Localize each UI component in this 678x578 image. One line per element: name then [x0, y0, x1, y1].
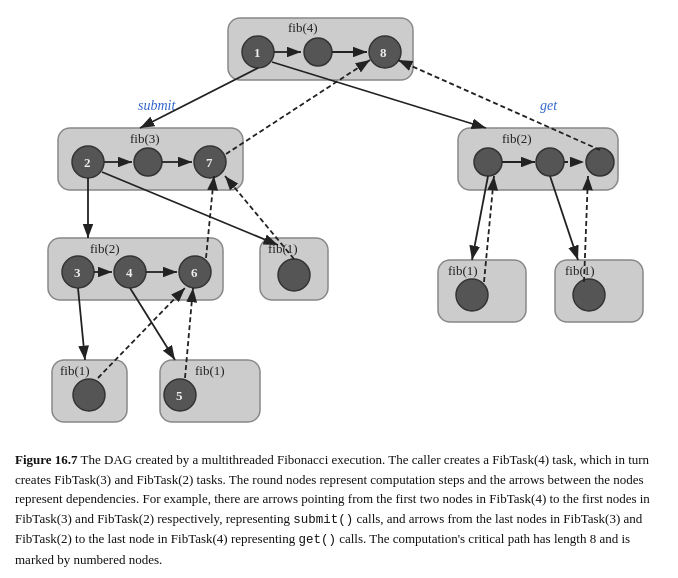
svg-text:5: 5 [176, 388, 183, 403]
svg-point-48 [73, 379, 105, 411]
svg-text:6: 6 [191, 265, 198, 280]
svg-text:fib(3): fib(3) [130, 131, 160, 146]
svg-text:fib(1): fib(1) [448, 263, 478, 278]
figure-caption: Figure 16.7 The DAG created by a multith… [10, 450, 668, 570]
svg-text:fib(1): fib(1) [60, 363, 90, 378]
svg-text:fib(2): fib(2) [90, 241, 120, 256]
svg-line-60 [225, 176, 294, 259]
svg-text:7: 7 [206, 155, 213, 170]
svg-point-15 [134, 148, 162, 176]
svg-text:fib(4): fib(4) [288, 20, 318, 35]
svg-point-24 [586, 148, 614, 176]
get-label: get [540, 98, 558, 113]
svg-text:fib(1): fib(1) [195, 363, 225, 378]
svg-point-45 [573, 279, 605, 311]
svg-point-42 [456, 279, 488, 311]
diagram-svg: fib(4) 1 8 fib(3) 2 7 fib(2) [10, 10, 668, 440]
svg-point-39 [278, 259, 310, 291]
svg-text:8: 8 [380, 45, 387, 60]
svg-point-6 [304, 38, 332, 66]
svg-text:fib(1): fib(1) [565, 263, 595, 278]
svg-point-23 [536, 148, 564, 176]
svg-text:3: 3 [74, 265, 81, 280]
svg-point-22 [474, 148, 502, 176]
figure-label: Figure 16.7 [15, 452, 78, 467]
svg-text:fib(2): fib(2) [502, 131, 532, 146]
svg-text:4: 4 [126, 265, 133, 280]
svg-text:1: 1 [254, 45, 261, 60]
and-text: and [623, 511, 642, 526]
caption-text: The DAG created by a multithreaded Fibon… [15, 452, 650, 567]
svg-text:2: 2 [84, 155, 91, 170]
submit-label: submit [138, 98, 176, 113]
diagram-container: fib(4) 1 8 fib(3) 2 7 fib(2) [10, 10, 668, 440]
